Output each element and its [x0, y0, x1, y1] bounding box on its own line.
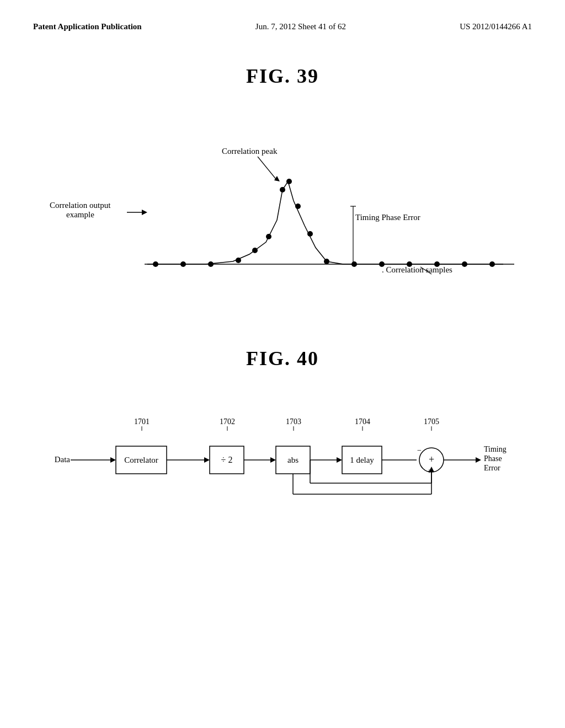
fig39-diagram: Correlation output example Correlation p… — [33, 104, 532, 314]
svg-point-26 — [489, 261, 495, 267]
fig40-section: FIG. 40 1701 1702 1703 1704 1705 — [33, 347, 532, 530]
svg-marker-4 — [274, 176, 280, 181]
svg-point-17 — [286, 179, 292, 184]
svg-text:abs: abs — [287, 456, 299, 464]
svg-point-15 — [266, 234, 271, 239]
svg-text:example: example — [66, 210, 94, 219]
fig40-diagram: 1701 1702 1703 1704 1705 Data — [33, 387, 532, 530]
svg-text:Error: Error — [484, 464, 500, 472]
svg-point-24 — [434, 261, 440, 267]
svg-point-14 — [252, 248, 258, 253]
svg-text:Timing: Timing — [484, 445, 507, 453]
svg-text:1702: 1702 — [220, 417, 235, 426]
svg-point-22 — [379, 261, 385, 267]
svg-marker-60 — [476, 457, 481, 463]
correlation-samples-label: . Correlation samples — [382, 265, 452, 274]
svg-point-25 — [462, 261, 467, 267]
timing-phase-error-label: Timing Phase Error — [355, 213, 420, 222]
svg-marker-51 — [337, 457, 342, 463]
svg-marker-39 — [110, 457, 116, 463]
svg-text:Phase: Phase — [484, 454, 502, 463]
header-right: US 2012/0144266 A1 — [460, 22, 532, 31]
svg-point-21 — [351, 261, 357, 267]
svg-point-20 — [324, 259, 329, 264]
page: Patent Application Publication Jun. 7, 2… — [0, 0, 565, 728]
svg-text:−: − — [417, 446, 422, 454]
svg-text:+: + — [429, 454, 434, 465]
header: Patent Application Publication Jun. 7, 2… — [33, 22, 532, 31]
svg-point-11 — [180, 261, 186, 267]
correlation-output-label: Correlation output — [50, 201, 111, 210]
svg-point-10 — [153, 261, 158, 267]
header-left: Patent Application Publication — [33, 22, 142, 31]
svg-point-19 — [307, 231, 313, 237]
svg-text:1704: 1704 — [355, 417, 370, 426]
svg-point-18 — [295, 204, 301, 209]
header-center: Jun. 7, 2012 Sheet 41 of 62 — [255, 22, 346, 31]
svg-marker-2 — [142, 210, 147, 215]
svg-point-16 — [280, 187, 285, 192]
svg-point-23 — [407, 261, 412, 267]
svg-text:÷ 2: ÷ 2 — [221, 455, 233, 464]
svg-point-12 — [208, 261, 214, 267]
svg-marker-43 — [204, 457, 210, 463]
correlation-peak-label: Correlation peak — [222, 147, 278, 156]
svg-text:Correlator: Correlator — [124, 456, 158, 464]
fig40-title: FIG. 40 — [33, 347, 532, 370]
svg-text:Data: Data — [55, 455, 71, 464]
svg-text:1703: 1703 — [286, 417, 301, 426]
svg-marker-47 — [270, 457, 276, 463]
svg-point-13 — [236, 258, 241, 263]
svg-text:1705: 1705 — [424, 417, 439, 426]
svg-text:1 delay: 1 delay — [350, 456, 374, 464]
svg-line-3 — [258, 157, 277, 180]
svg-text:1701: 1701 — [134, 417, 150, 426]
fig39-title: FIG. 39 — [33, 65, 532, 88]
